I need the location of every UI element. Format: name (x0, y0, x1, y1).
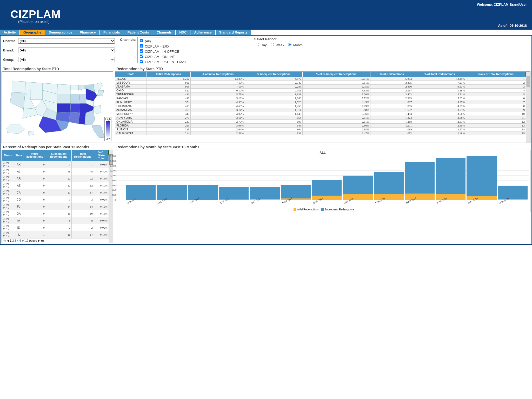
col-header[interactable]: % of Subsequent Redemptions (302, 72, 370, 77)
scroll-thumb[interactable] (527, 76, 530, 87)
channel-option[interactable]: (All) (139, 38, 248, 43)
tab-demographics[interactable]: Demographics (45, 30, 76, 35)
channel-checkbox[interactable] (140, 60, 143, 63)
group-select[interactable]: (All) (18, 57, 115, 62)
col-header[interactable]: Rank of Total Redemptions (466, 72, 526, 77)
col-header[interactable]: Total Redemptions (370, 72, 413, 77)
pager-prev-icon[interactable]: ◀ (7, 239, 9, 242)
page-link[interactable]: 5 (19, 239, 21, 242)
table-row[interactable]: JUN 2017FL014140.12% (2, 203, 109, 210)
channels-listbox[interactable]: (All) CIZPLAM - ERX CIZPLAM - IN-OFFICE … (137, 37, 249, 63)
table-row[interactable]: JUN 2017CA017170.14% (2, 189, 109, 196)
state-table[interactable]: StateInitial Redemptions% of Initial Red… (115, 72, 526, 135)
table-row[interactable]: JUN 2017CO0330.02% (2, 196, 109, 203)
table-row[interactable]: TEXAS1,21214.20%4,07212.01%5,28412.45%1 (115, 77, 526, 81)
table-row[interactable]: OHIO5266.16%2,0115.93%2,5375.98%4 (115, 88, 526, 92)
cell: 526 (147, 88, 190, 92)
period-option-day[interactable]: Day (254, 43, 267, 47)
table-row[interactable]: KENTUCKY3744.38%1,5234.49%1,8974.47%7 (115, 100, 526, 104)
tab-financials[interactable]: Financials (100, 30, 124, 35)
channel-option[interactable]: CIZPLAM - ONLINE (139, 54, 248, 59)
col-header[interactable]: Month (2, 150, 14, 161)
period-option-week[interactable]: Week (269, 43, 284, 47)
col-header[interactable]: State (115, 72, 147, 77)
pct-table[interactable]: MonthStateInitial RedemptionsSubsequent … (2, 150, 109, 238)
brand-select[interactable]: (All) (18, 48, 115, 53)
bar[interactable]: NOV 2017 (281, 185, 311, 200)
bar[interactable]: JUL 2017 (157, 185, 187, 200)
tab-patient-costs[interactable]: Patient Costs (124, 30, 153, 35)
table-row[interactable]: ALABAMA6087.13%2,2886.75%2,8966.83%3 (115, 84, 526, 88)
tab-ndc[interactable]: NDC (176, 30, 190, 35)
page-link[interactable]: 4 (17, 239, 19, 242)
table-row[interactable]: TENNESSEE4915.75%1,9315.70%2,4225.71%5 (115, 92, 526, 96)
pager-next-icon[interactable]: ▶ (38, 239, 40, 242)
table-row[interactable]: JUN 2017AZ012120.10% (2, 182, 109, 189)
tab-channels[interactable]: Channels (153, 30, 176, 35)
channel-checkbox[interactable] (140, 39, 143, 42)
table-row[interactable]: JUN 2017AK0110.01% (2, 161, 109, 168)
table-row[interactable]: JUN 2017GA016160.13% (2, 210, 109, 217)
table-row[interactable]: MISSOURI6067.10%2,7498.11%3,3557.91%2 (115, 81, 526, 84)
col-header[interactable]: % of Total Redemptions (413, 72, 466, 77)
pharma-select[interactable]: (All) (18, 38, 115, 44)
bar[interactable]: SEP 2017 (219, 187, 249, 200)
table-row[interactable]: JUN 2017AL048480.40% (2, 168, 109, 175)
scrollbar[interactable] (526, 72, 530, 143)
col-header[interactable]: % of Initial Redemptions (191, 72, 245, 77)
us-map[interactable]: High Low (2, 71, 113, 143)
period-radio[interactable] (256, 43, 259, 46)
col-header[interactable]: Initial Redemptions (23, 150, 46, 161)
tab-activity[interactable]: Activity (0, 30, 20, 35)
table-row[interactable]: ILLINOIS2252.64%8642.55%1,0892.57%14 (115, 127, 526, 131)
col-header[interactable]: Subsequent Redemptions (245, 72, 302, 77)
table-row[interactable]: ARKANSAS2683.14%1,3143.88%1,5823.73%9 (115, 108, 526, 112)
tab-pharmacy[interactable]: Pharmacy (76, 30, 100, 35)
table-row[interactable]: JUN 2017IL116170.14% (2, 231, 109, 238)
page-link[interactable]: 2 (12, 239, 14, 242)
channel-checkbox[interactable] (140, 49, 143, 53)
table-row[interactable]: CALIFORNIA2142.51%8382.47%1,0522.48%15 (115, 131, 526, 135)
table-row[interactable]: JUN 2017ID0220.02% (2, 224, 109, 231)
table-row[interactable]: NEW YORK2703.16%9542.81%1,2242.88%11 (115, 116, 526, 119)
col-header[interactable]: Subsequent Redemptions (46, 150, 71, 161)
channel-option[interactable]: CIZPLAM - IN-OFFICE (139, 49, 248, 54)
svg-marker-34 (6, 124, 25, 134)
col-header[interactable]: % Of State Total (94, 150, 109, 161)
channel-option[interactable]: CIZPLAM - ERX (139, 43, 248, 48)
bar[interactable]: AUG 2017 (188, 185, 218, 200)
table-row[interactable]: FLORIDA2633.08%9482.80%1,2112.85%13 (115, 123, 526, 127)
pager-last-icon[interactable]: ⏭ (41, 239, 44, 242)
table-row[interactable]: MISSISSIPPI3434.02%1,1403.36%1,4833.50%1… (115, 112, 526, 116)
channel-checkbox[interactable] (140, 44, 143, 48)
table-row[interactable]: JUN 2017AR022220.18% (2, 175, 109, 182)
tab-standard-reports[interactable]: Standard Reports (216, 30, 251, 35)
period-radio[interactable] (288, 43, 291, 46)
bar[interactable]: JUN 2017 (126, 185, 156, 200)
bar[interactable]: JAN 2018 (343, 176, 373, 200)
col-header[interactable]: Initial Redemptions (147, 72, 190, 77)
period-option-month[interactable]: Month (287, 43, 303, 47)
table-row[interactable]: KANSAS4435.19%1,9405.72%2,3835.62%6 (115, 96, 526, 100)
page-link[interactable]: 3 (15, 239, 16, 242)
table-row[interactable]: JUN 2017IA0880.07% (2, 217, 109, 224)
pager-first-icon[interactable]: ⏮ (3, 239, 6, 242)
channel-checkbox[interactable] (140, 55, 143, 58)
bar[interactable]: MAR 2018 (405, 162, 435, 200)
bar[interactable]: JUN 2018 (498, 186, 528, 200)
bar[interactable]: FEB 2018 (374, 172, 404, 200)
tab-geography[interactable]: Geography (20, 30, 45, 35)
bar[interactable]: APR 2018 (436, 158, 466, 200)
page-link[interactable]: 1 (10, 239, 11, 242)
table-row[interactable]: LOUISIANA4004.69%1,4554.29%1,8554.37%8 (115, 104, 526, 108)
col-header[interactable]: Total Redemptions (72, 150, 94, 161)
bar[interactable]: OCT 2017 (250, 187, 280, 200)
period-radio[interactable] (271, 43, 274, 46)
bar[interactable]: DEC 2017 (312, 180, 342, 200)
bar[interactable]: MAY 2018 (467, 156, 496, 200)
cell: 5.71% (413, 92, 466, 96)
tab-adherence[interactable]: Adherence (190, 30, 215, 35)
channel-option[interactable]: CIZPLAM - PATIENT EMAIL (139, 59, 248, 63)
col-header[interactable]: State (14, 150, 23, 161)
table-row[interactable]: OKLAHOMA2302.70%9882.91%1,2182.87%12 (115, 119, 526, 123)
